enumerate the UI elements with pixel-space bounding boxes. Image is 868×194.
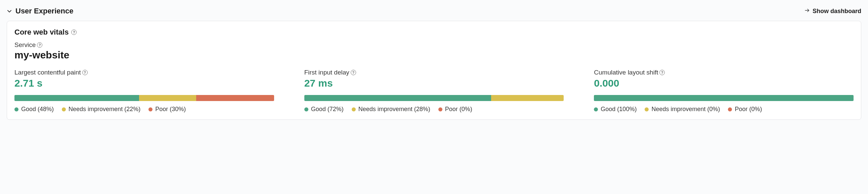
card-title-row: Core web vitals ?	[14, 28, 854, 37]
dot-icon	[352, 107, 356, 111]
show-dashboard-label: Show dashboard	[813, 8, 861, 15]
legend-item-good: Good (100%)	[594, 106, 637, 113]
legend-label: Poor (30%)	[155, 106, 186, 113]
segment-good	[14, 95, 139, 101]
service-label-row: Service ?	[14, 41, 854, 48]
help-icon[interactable]: ?	[37, 42, 42, 48]
dot-icon	[149, 107, 153, 111]
help-icon[interactable]: ?	[659, 70, 665, 75]
legend-item-poor: Poor (30%)	[149, 106, 186, 113]
chevron-down-icon	[7, 8, 12, 14]
legend-item-needs: Needs improvement (0%)	[645, 106, 720, 113]
legend: Good (72%) Needs improvement (28%) Poor …	[304, 106, 564, 113]
dot-icon	[728, 107, 732, 111]
legend: Good (48%) Needs improvement (22%) Poor …	[14, 106, 274, 113]
metric-value: 27 ms	[304, 77, 564, 89]
legend-label: Good (100%)	[600, 106, 637, 113]
segment-needs-improvement	[139, 95, 196, 101]
distribution-bar	[304, 95, 564, 101]
dot-icon	[14, 107, 19, 111]
metric-lcp: Largest contentful paint ? 2.71 s Good (…	[14, 69, 274, 113]
segment-good	[594, 95, 854, 101]
section-header-left[interactable]: User Experience	[7, 7, 73, 15]
help-icon[interactable]: ?	[82, 70, 88, 75]
metric-value: 2.71 s	[14, 77, 274, 89]
legend-item-needs: Needs improvement (22%)	[62, 106, 141, 113]
service-label: Service	[14, 41, 36, 48]
legend-item-good: Good (72%)	[304, 106, 344, 113]
metrics-row: Largest contentful paint ? 2.71 s Good (…	[14, 69, 854, 113]
segment-needs-improvement	[491, 95, 564, 101]
legend-item-needs: Needs improvement (28%)	[352, 106, 430, 113]
arrow-right-icon	[805, 8, 810, 15]
metric-label: First input delay	[304, 69, 349, 76]
card-title: Core web vitals	[14, 28, 68, 37]
legend-label: Poor (0%)	[735, 106, 762, 113]
legend-label: Poor (0%)	[445, 106, 472, 113]
metric-label-row: First input delay ?	[304, 69, 564, 76]
section-title: User Experience	[16, 7, 73, 15]
legend-item-poor: Poor (0%)	[728, 106, 762, 113]
help-icon[interactable]: ?	[71, 30, 76, 35]
distribution-bar	[594, 95, 854, 101]
legend-item-good: Good (48%)	[14, 106, 54, 113]
help-icon[interactable]: ?	[351, 70, 356, 75]
legend: Good (100%) Needs improvement (0%) Poor …	[594, 106, 854, 113]
legend-label: Needs improvement (22%)	[68, 106, 141, 113]
legend-label: Needs improvement (28%)	[359, 106, 430, 113]
dot-icon	[62, 107, 66, 111]
legend-label: Needs improvement (0%)	[651, 106, 720, 113]
metric-label-row: Largest contentful paint ?	[14, 69, 274, 76]
service-name: my-website	[14, 49, 854, 61]
metric-label-row: Cumulative layout shift ?	[594, 69, 854, 76]
segment-poor	[196, 95, 274, 101]
dot-icon	[304, 107, 308, 111]
metric-cls: Cumulative layout shift ? 0.000 Good (10…	[594, 69, 854, 113]
legend-item-poor: Poor (0%)	[438, 106, 472, 113]
legend-label: Good (48%)	[21, 106, 54, 113]
segment-good	[304, 95, 491, 101]
dot-icon	[594, 107, 598, 111]
metric-label: Cumulative layout shift	[594, 69, 658, 76]
core-web-vitals-card: Core web vitals ? Service ? my-website L…	[7, 21, 861, 120]
metric-label: Largest contentful paint	[14, 69, 81, 76]
metric-value: 0.000	[594, 77, 854, 89]
section-header: User Experience Show dashboard	[7, 7, 861, 15]
dot-icon	[438, 107, 442, 111]
metric-fid: First input delay ? 27 ms Good (72%) Nee…	[304, 69, 564, 113]
show-dashboard-link[interactable]: Show dashboard	[805, 8, 861, 15]
legend-label: Good (72%)	[311, 106, 344, 113]
distribution-bar	[14, 95, 274, 101]
dot-icon	[645, 107, 649, 111]
